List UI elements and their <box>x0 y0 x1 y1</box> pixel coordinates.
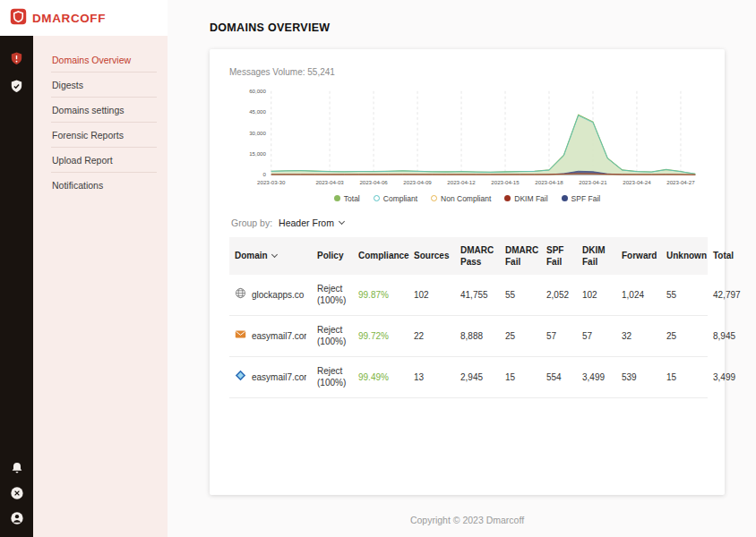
sidebar-menu: Domains OverviewDigestsDomains settingsF… <box>33 36 168 537</box>
column-header-sources: Sources <box>408 237 455 275</box>
svg-text:60,000: 60,000 <box>249 88 266 94</box>
diamond-icon <box>235 370 246 385</box>
cell-domain: glockapps.co <box>229 275 312 316</box>
cell-spf_fail: 2,052 <box>541 275 577 316</box>
sidebar-item-digests[interactable]: Digests <box>51 72 157 98</box>
shield-alert-icon[interactable] <box>9 50 25 66</box>
svg-text:2023-04-18: 2023-04-18 <box>535 179 563 185</box>
legend-label: SPF Fail <box>571 194 601 203</box>
legend-dot-icon <box>334 195 340 201</box>
cell-compliance: 99.72% <box>353 315 408 356</box>
column-header-dkim_fail: DKIM Fail <box>577 237 616 275</box>
globe-icon <box>235 287 246 303</box>
legend-label: Non Compliant <box>441 194 491 203</box>
icon-rail <box>0 36 33 537</box>
table-row[interactable]: easymail7.comReject (100%)99.72%228,8882… <box>229 315 708 356</box>
cell-policy: Reject (100%) <box>312 315 353 356</box>
legend-dot-icon <box>374 195 380 201</box>
column-header-dmarc_pass: DMARC Pass <box>455 237 500 275</box>
shield-check-icon[interactable] <box>9 78 25 94</box>
chart-legend: TotalCompliantNon CompliantDKIM FailSPF … <box>229 194 705 203</box>
logo-text: DMARCOFF <box>32 12 106 25</box>
sidebar-item-notifications[interactable]: Notifications <box>51 173 157 197</box>
cell-spf_fail: 554 <box>541 356 577 397</box>
logo-shield-icon <box>10 8 27 29</box>
cell-policy: Reject (100%) <box>312 275 353 316</box>
volume-chart: 2023-03-302023-04-032023-04-062023-04-09… <box>229 84 705 192</box>
svg-text:2023-04-12: 2023-04-12 <box>447 179 476 185</box>
page-title: DOMAINS OVERVIEW <box>210 21 725 34</box>
svg-text:2023-04-27: 2023-04-27 <box>666 179 695 185</box>
sidebar-item-upload-report[interactable]: Upload Report <box>51 148 157 173</box>
column-header-compliance: Compliance <box>353 237 408 275</box>
table-header: DomainPolicyComplianceSourcesDMARC PassD… <box>229 237 708 275</box>
svg-text:2023-04-15: 2023-04-15 <box>491 179 520 185</box>
svg-text:30,000: 30,000 <box>249 130 266 136</box>
group-by-select[interactable]: Header From <box>279 217 344 228</box>
svg-text:0: 0 <box>263 171 267 177</box>
cell-forward: 32 <box>616 315 661 356</box>
cell-forward: 1,024 <box>616 275 661 316</box>
cell-compliance: 99.87% <box>353 275 408 316</box>
cell-domain: easymail7.com <box>229 315 312 356</box>
close-circle-icon[interactable] <box>9 485 25 501</box>
legend-item-compliant[interactable]: Compliant <box>374 194 417 203</box>
sidebar-item-forensic-reports[interactable]: Forensic Reports <box>51 123 157 148</box>
svg-text:2023-04-03: 2023-04-03 <box>315 179 344 185</box>
domains-table: DomainPolicyComplianceSourcesDMARC PassD… <box>229 237 708 398</box>
cell-dmarc_pass: 2,945 <box>455 356 500 397</box>
user-circle-icon[interactable] <box>9 510 25 526</box>
sidebar-item-domains-settings[interactable]: Domains settings <box>51 98 157 123</box>
legend-label: DKIM Fail <box>514 194 547 203</box>
cell-dkim_fail: 57 <box>577 315 616 356</box>
svg-text:15,000: 15,000 <box>249 150 266 157</box>
main-content: DOMAINS OVERVIEW Messages Volume: 55,241… <box>168 0 756 537</box>
sort-chevron-icon <box>271 251 278 258</box>
svg-text:2023-04-09: 2023-04-09 <box>403 179 432 185</box>
legend-label: Compliant <box>383 194 417 203</box>
cell-domain: easymail7.com <box>229 356 312 397</box>
legend-item-dkim-fail[interactable]: DKIM Fail <box>504 194 547 203</box>
cell-unknown: 55 <box>661 275 708 316</box>
column-header-forward: Forward <box>616 237 661 275</box>
cell-spf_fail: 57 <box>541 315 577 356</box>
table-row[interactable]: glockapps.coReject (100%)99.87%10241,755… <box>229 275 708 316</box>
column-header-dmarc_fail: DMARC Fail <box>500 237 541 275</box>
cell-sources: 102 <box>408 275 455 316</box>
sidebar-item-domains-overview[interactable]: Domains Overview <box>51 47 157 72</box>
overview-card: Messages Volume: 55,241 2023-03-302023-0… <box>210 49 725 495</box>
copyright: Copyright © 2023 Dmarcoff <box>210 515 725 525</box>
cell-sources: 22 <box>408 315 455 356</box>
svg-text:2023-04-21: 2023-04-21 <box>579 179 607 185</box>
cell-dmarc_pass: 41,755 <box>455 275 500 316</box>
left-panel: DMARCOFF Domains OverviewDigestsDomains … <box>0 0 168 537</box>
table-row[interactable]: easymail7.comReject (100%)99.49%132,9451… <box>229 356 708 397</box>
column-header-domain[interactable]: Domain <box>229 237 312 275</box>
legend-dot-icon <box>504 195 511 201</box>
group-by: Group by: Header From <box>231 217 705 228</box>
cell-sources: 13 <box>408 356 455 397</box>
bell-icon[interactable] <box>9 460 25 476</box>
legend-item-non-compliant[interactable]: Non Compliant <box>431 194 491 203</box>
cell-dmarc_pass: 8,888 <box>455 315 500 356</box>
app-root: DMARCOFF Domains OverviewDigestsDomains … <box>0 0 756 537</box>
column-header-unknown: Unknown <box>661 237 708 275</box>
cell-dmarc_fail: 25 <box>500 315 541 356</box>
cell-dmarc_fail: 15 <box>500 356 541 397</box>
column-header-policy: Policy <box>312 237 353 275</box>
column-header-spf_fail: SPF Fail <box>541 237 577 275</box>
svg-text:45,000: 45,000 <box>249 108 266 115</box>
cell-compliance: 99.49% <box>353 356 408 397</box>
logo: DMARCOFF <box>0 0 168 36</box>
cell-policy: Reject (100%) <box>312 356 353 397</box>
group-by-value: Header From <box>279 217 334 228</box>
legend-item-spf-fail[interactable]: SPF Fail <box>562 194 601 203</box>
messages-volume-label: Messages Volume: 55,241 <box>229 67 705 77</box>
cell-dmarc_fail: 55 <box>500 275 541 316</box>
svg-text:2023-04-24: 2023-04-24 <box>623 179 651 185</box>
legend-item-total[interactable]: Total <box>334 194 360 203</box>
cell-dkim_fail: 102 <box>577 275 616 316</box>
group-by-label: Group by: <box>231 217 272 228</box>
legend-dot-icon <box>431 195 437 201</box>
chevron-down-icon <box>339 218 345 225</box>
